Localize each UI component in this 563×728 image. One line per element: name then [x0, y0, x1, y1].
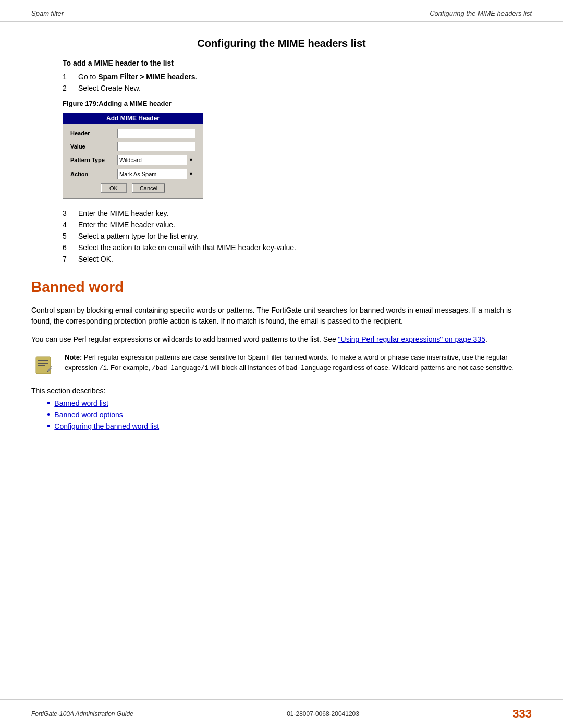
svg-rect-3	[38, 365, 45, 366]
step-7: 7 Select OK.	[63, 255, 532, 263]
add-mime-header-dialog: Add MIME Header Header Value Pattern Typ…	[63, 113, 203, 199]
note-box: Note: Perl regular expression patterns a…	[31, 352, 532, 378]
dialog-action-row: Action Mark As Spam ▼	[70, 169, 195, 179]
dialog-buttons: OK Cancel	[70, 183, 195, 193]
figure-caption: Figure 179:Adding a MIME header	[63, 100, 532, 107]
dialog-titlebar: Add MIME Header	[63, 113, 203, 124]
footer-center: 01-28007-0068-20041203	[287, 710, 359, 718]
header-right: Configuring the MIME headers list	[430, 9, 532, 17]
bullet-dot-2: •	[47, 410, 50, 419]
dialog-pattern-row: Pattern Type Wildcard ▼	[70, 155, 195, 165]
bullet-dot-1: •	[47, 399, 50, 408]
step-2: 2 Select Create New.	[63, 84, 532, 92]
steps-1-2: 1 Go to Spam Filter > MIME headers. 2 Se…	[63, 72, 532, 92]
step-3: 3 Enter the MIME header key.	[63, 209, 532, 217]
mime-section-title: Configuring the MIME headers list	[31, 38, 532, 50]
value-input[interactable]	[117, 142, 195, 151]
step-4: 4 Enter the MIME header value.	[63, 220, 532, 229]
note-icon	[31, 352, 57, 378]
note-code2: /bad language/i	[152, 365, 209, 372]
note-text: Note: Perl regular expression patterns a…	[65, 352, 532, 373]
this-section-text: This section describes:	[31, 387, 532, 395]
bullet-item-1: • Banned word list	[47, 399, 532, 408]
header-left: Spam filter	[31, 9, 64, 17]
svg-line-6	[51, 366, 52, 367]
banned-word-para2: You can use Perl regular expressions or …	[31, 334, 532, 345]
value-label: Value	[70, 143, 117, 150]
page-number: 333	[512, 707, 532, 721]
dialog-body: Header Value Pattern Type Wildcard ▼	[63, 124, 203, 198]
configuring-banned-word-link[interactable]: Configuring the banned word list	[54, 422, 159, 430]
footer-left: FortiGate-100A Administration Guide	[31, 710, 133, 718]
bullet-list: • Banned word list • Banned word options…	[47, 399, 532, 431]
step-6: 6 Select the action to take on email wit…	[63, 243, 532, 252]
bullet-dot-3: •	[47, 422, 50, 431]
header-label: Header	[70, 130, 117, 137]
banned-word-title: Banned word	[31, 279, 532, 295]
pattern-type-value: Wildcard	[118, 157, 187, 163]
dialog-header-row: Header	[70, 129, 195, 138]
action-label: Action	[70, 171, 117, 177]
action-value: Mark As Spam	[118, 171, 187, 177]
pattern-type-dropdown-arrow[interactable]: ▼	[187, 155, 195, 165]
banned-word-list-link[interactable]: Banned word list	[54, 399, 108, 408]
note-svg-icon	[32, 353, 57, 378]
action-select[interactable]: Mark As Spam ▼	[117, 169, 195, 179]
note-code3: bad language	[286, 365, 331, 372]
pattern-type-label: Pattern Type	[70, 157, 117, 163]
pattern-type-select[interactable]: Wildcard ▼	[117, 155, 195, 165]
svg-rect-1	[38, 360, 48, 361]
ok-button[interactable]: OK	[101, 183, 127, 193]
step-5: 5 Select a pattern type for the list ent…	[63, 232, 532, 240]
banned-word-options-link[interactable]: Banned word options	[54, 411, 123, 419]
page-footer: FortiGate-100A Administration Guide 01-2…	[0, 699, 563, 728]
subsection-title: To add a MIME header to the list	[63, 59, 532, 67]
action-dropdown-arrow[interactable]: ▼	[187, 169, 195, 179]
note-code1: /i	[99, 365, 106, 372]
bullet-item-2: • Banned word options	[47, 411, 532, 419]
cancel-button[interactable]: Cancel	[132, 183, 165, 193]
dialog-container: Add MIME Header Header Value Pattern Typ…	[63, 113, 532, 199]
bullet-item-3: • Configuring the banned word list	[47, 422, 532, 431]
svg-rect-2	[38, 363, 48, 364]
page-header: Spam filter Configuring the MIME headers…	[0, 0, 563, 22]
banned-word-para1: Control spam by blocking email containin…	[31, 305, 532, 327]
step-1: 1 Go to Spam Filter > MIME headers.	[63, 72, 532, 81]
header-input[interactable]	[117, 129, 195, 138]
steps-3-7: 3 Enter the MIME header key. 4 Enter the…	[63, 209, 532, 263]
dialog-value-row: Value	[70, 142, 195, 151]
perl-expressions-link[interactable]: "Using Perl regular expressions" on page…	[338, 335, 485, 343]
main-content: Configuring the MIME headers list To add…	[0, 22, 563, 465]
